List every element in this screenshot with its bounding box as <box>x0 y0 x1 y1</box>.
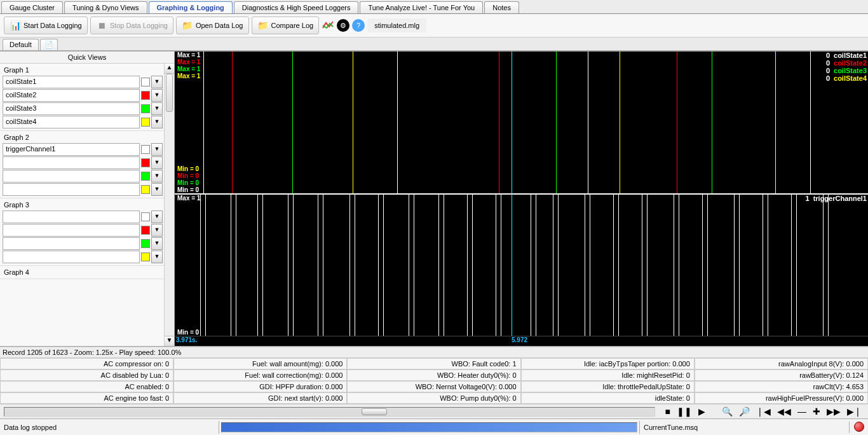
channel-dropdown[interactable]: ▼ <box>151 251 163 263</box>
data-cell: WBO: Nernst Voltage0(V): 0.000 <box>347 381 520 392</box>
channel-dropdown[interactable]: ▼ <box>151 143 163 156</box>
zoom-in-button[interactable]: 🔎 <box>736 406 752 417</box>
start-log-icon: 📊 <box>10 20 21 31</box>
max-label: Max = 1 <box>177 72 200 79</box>
channel-dropdown[interactable]: ▼ <box>151 224 163 237</box>
chart-area: 0coilState10coilState20coilState30coilSt… <box>175 52 868 346</box>
graph-2-channel-3[interactable] <box>3 170 140 183</box>
gear-icon[interactable]: ⚙ <box>337 19 349 32</box>
data-cell: Fuel: wall amount(mg): 0.000 <box>173 358 347 369</box>
channel-dropdown[interactable]: ▼ <box>151 89 163 102</box>
start-logging-button[interactable]: 📊 Start Data Logging <box>4 17 88 34</box>
graph-2-title: Graph 2 <box>3 132 163 142</box>
status-bar: Data log stopped CurrentTune.msq <box>0 418 868 435</box>
play-thumb[interactable] <box>362 408 387 415</box>
graph-2-plot[interactable]: 1triggerChannel1 Max = 1Min = 0 <box>175 195 868 337</box>
graph-1-channel-4[interactable]: coilState4 <box>3 116 140 128</box>
graph-3-channel-1[interactable] <box>3 211 140 223</box>
data-cell: rawClt(V): 4.653 <box>695 381 868 392</box>
channel-dropdown[interactable]: ▼ <box>151 183 163 196</box>
tab-gauge-cluster[interactable]: Gauge Cluster <box>1 1 63 13</box>
help-icon[interactable]: ? <box>352 19 365 32</box>
channel-dropdown[interactable]: ▼ <box>151 116 163 128</box>
channel-dropdown[interactable]: ▼ <box>151 211 163 223</box>
channel-dropdown[interactable]: ▼ <box>151 102 163 115</box>
forward-button[interactable]: ▶▶ <box>824 406 843 417</box>
graph-1-title: Graph 1 <box>3 65 163 75</box>
color-swatch[interactable] <box>141 78 150 86</box>
stop-log-icon: ⏹ <box>96 20 107 31</box>
status-indicator-icon <box>849 422 868 433</box>
legend-entry: 0coilState1 <box>825 52 868 59</box>
scroll-up-icon[interactable]: ▲ <box>165 64 174 74</box>
channel-dropdown[interactable]: ▼ <box>151 156 163 169</box>
pause-button[interactable]: ❚❚ <box>674 406 695 417</box>
data-cell: Idle: mightResetPid: 0 <box>521 369 695 381</box>
color-swatch[interactable] <box>141 185 150 194</box>
plus-button[interactable]: ✚ <box>810 406 823 417</box>
skip-start-button[interactable]: ❘◀ <box>754 406 773 417</box>
zoom-out-button[interactable]: 🔍 <box>719 406 735 417</box>
graph-1-legend: 0coilState10coilState20coilState30coilSt… <box>825 52 868 82</box>
subtab-default[interactable]: Default <box>3 39 39 50</box>
tab-notes[interactable]: Notes <box>484 1 519 13</box>
color-swatch[interactable] <box>141 91 150 100</box>
stop-button[interactable]: ■ <box>663 406 673 417</box>
tab-tune-analyze[interactable]: Tune Analyze Live! - Tune For You <box>360 1 483 13</box>
play-button[interactable]: ▶ <box>696 406 708 417</box>
quick-views-sidebar: Quick Views Graph 1coilState1▼coilState2… <box>0 52 175 346</box>
chart-icon[interactable] <box>322 19 334 32</box>
color-swatch[interactable] <box>141 239 150 248</box>
tab-diagnostics[interactable]: Diagnostics & High Speed Loggers <box>234 1 359 13</box>
graph-3-channel-4[interactable] <box>3 251 140 263</box>
channel-dropdown[interactable]: ▼ <box>151 170 163 183</box>
channel-dropdown[interactable]: ▼ <box>151 237 163 250</box>
color-swatch[interactable] <box>141 252 150 261</box>
color-swatch[interactable] <box>141 118 150 127</box>
graph-1-plot[interactable]: 0coilState10coilState20coilState30coilSt… <box>175 52 868 195</box>
graph-1-channel-3[interactable]: coilState3 <box>3 102 140 115</box>
status-message: Data log stopped <box>0 421 219 434</box>
graph-3-channel-2[interactable] <box>3 224 140 237</box>
skip-end-button[interactable]: ▶❘ <box>844 406 864 417</box>
color-swatch[interactable] <box>141 104 150 113</box>
cursor-line <box>512 195 512 336</box>
legend-entry: 0coilState2 <box>825 59 868 67</box>
data-cell: WBO: Heater duty0(%): 0 <box>347 369 520 381</box>
legend-entry: 0coilState3 <box>825 67 868 74</box>
data-cell: rawBattery(V): 0.124 <box>695 369 868 381</box>
legend-entry: 1triggerChannel1 <box>804 195 868 202</box>
graph-3-title: Graph 3 <box>3 200 163 210</box>
color-swatch[interactable] <box>141 145 150 154</box>
tab-graphing-logging[interactable]: Graphing & Logging <box>149 1 233 13</box>
minus-button[interactable]: — <box>795 406 809 417</box>
data-cell: Idle: throttlePedalUpState: 0 <box>521 381 695 392</box>
color-swatch[interactable] <box>141 158 150 167</box>
graph-3-channel-3[interactable] <box>3 237 140 250</box>
color-swatch[interactable] <box>141 212 150 221</box>
graph-2-channel-1[interactable]: triggerChannel1 <box>3 143 140 156</box>
graph-2-channel-2[interactable] <box>3 156 140 169</box>
graph-1-channel-2[interactable]: coilState2 <box>3 89 140 102</box>
scroll-down-icon[interactable]: ▼ <box>165 336 174 346</box>
graph-1-channel-1[interactable]: coilState1 <box>3 76 140 88</box>
folder-icon: 📁 <box>257 20 269 31</box>
filename-label: stimulated.mlg <box>367 18 426 32</box>
compare-log-button[interactable]: 📁 Compare Log <box>252 17 320 34</box>
channel-dropdown[interactable]: ▼ <box>151 76 163 88</box>
rewind-button[interactable]: ◀◀ <box>775 406 794 417</box>
tab-tuning-dyno[interactable]: Tuning & Dyno Views <box>64 1 147 13</box>
color-swatch[interactable] <box>141 172 150 181</box>
graph-2-channel-4[interactable] <box>3 183 140 196</box>
data-cell: AC disabled by Lua: 0 <box>0 369 173 381</box>
sidebar-scrollbar[interactable]: ▲ ▼ <box>164 64 174 346</box>
timeline[interactable]: 3.971s. 5.972 <box>175 336 868 346</box>
data-cell: GDI: HPFP duration: 0.000 <box>173 381 347 392</box>
subtab-add[interactable]: 📄 <box>40 39 58 50</box>
play-scrollbar[interactable] <box>4 407 655 417</box>
open-log-button[interactable]: 📁 Open Data Log <box>176 17 249 34</box>
data-cell: Fuel: wall correction(mg): 0.000 <box>173 369 347 381</box>
color-swatch[interactable] <box>141 226 150 235</box>
stop-logging-button[interactable]: ⏹ Stop Data Logging <box>90 17 173 34</box>
scroll-thumb[interactable] <box>166 74 173 112</box>
